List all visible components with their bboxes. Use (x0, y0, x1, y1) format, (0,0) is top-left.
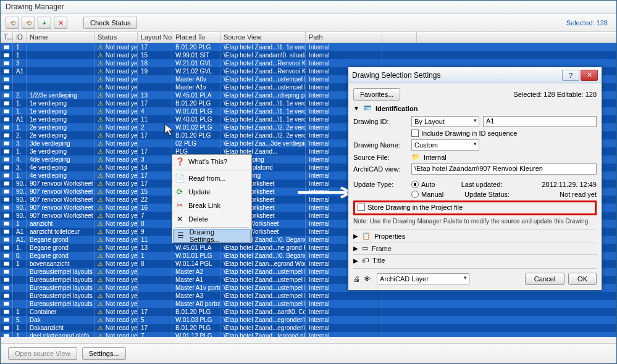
archicad-view-input[interactable]: \Etap hotel Zaandam\907 Renvooi Kleuren (411, 163, 597, 175)
table-row[interactable]: Bureaustempel layouts Not read yetMaster… (1, 292, 616, 300)
svg-rect-32 (4, 302, 9, 305)
mouse-cursor-icon (164, 123, 175, 137)
manual-radio[interactable]: Manual (411, 191, 443, 198)
drawing-selection-settings-dialog: Drawing Selection Settings ? ✕ Favorites… (348, 67, 602, 291)
ctx-update[interactable]: ⟳Update (172, 185, 251, 199)
svg-rect-24 (4, 238, 9, 241)
document-icon: 📄 (175, 174, 185, 183)
last-updated-value: 2012.11.29. 12:49 (542, 181, 597, 188)
svg-rect-16 (4, 173, 9, 177)
table-row[interactable]: 1 Not read yet17B.01.20 PLG\Etap hotel Z… (1, 43, 616, 51)
source-file-value: Internal (424, 154, 447, 161)
svg-rect-33 (4, 310, 9, 313)
include-in-id-sequence-checkbox[interactable]: Include Drawing in ID sequence (411, 130, 517, 137)
update-status-value: Not read yet (560, 191, 597, 198)
ctx-whats-this[interactable]: ❓What's This? (172, 155, 251, 168)
ctx-drawing-settings[interactable]: ☰Drawing Settings... (173, 229, 251, 242)
svg-rect-21 (4, 213, 9, 217)
properties-section[interactable]: ▶📋Properties (353, 230, 597, 242)
refresh-icon: ⟳ (175, 188, 185, 196)
ctx-delete[interactable]: ✕Delete (172, 212, 251, 226)
chevron-right-icon: ▶ (353, 233, 358, 239)
store-drawing-checkbox[interactable]: Store Drawing in the Project file (358, 204, 463, 211)
source-file-label: Source File: (353, 154, 408, 161)
svg-rect-0 (4, 45, 9, 49)
update-status-label: Update Status: (464, 191, 510, 198)
check-status-button[interactable]: Check Status (83, 17, 137, 29)
favorites-button[interactable]: Favorites... (353, 88, 400, 101)
svg-rect-11 (4, 133, 9, 137)
svg-rect-7 (4, 101, 9, 105)
drawing-id-combo[interactable]: By Layout (411, 116, 479, 127)
layer-combo[interactable]: ArchiCAD Layer (377, 273, 469, 284)
col-name[interactable]: Name (27, 32, 94, 43)
footer: Open source View Settings... (1, 343, 616, 363)
svg-rect-1 (4, 53, 9, 57)
ctx-read-from[interactable]: 📄Read from... (172, 172, 251, 185)
title-icon: 🏷 (362, 257, 369, 264)
table-row[interactable]: 1 Not read yet15W.99.01 SIT\Etap hotel Z… (1, 51, 616, 59)
delete-icon: ✕ (175, 215, 185, 223)
table-row[interactable]: 5.Dak Not read yet5W.01.03 PLG\Etap hote… (1, 316, 616, 324)
svg-rect-6 (4, 93, 9, 97)
col-type[interactable]: T... (1, 32, 13, 43)
svg-rect-27 (4, 262, 9, 265)
title-section[interactable]: ▶🏷Title (353, 254, 597, 266)
drawing-name-combo[interactable]: Custom (411, 139, 479, 151)
drawing-name-label: Drawing Name: (353, 141, 408, 149)
dialog-selected-count: Selected: 128 Editable: 128 (513, 91, 597, 98)
note-text: Note: Use the Drawing Manager Palette to… (353, 218, 597, 225)
table-row[interactable]: 1Container Not read yet17B.01.20 PLG\Eta… (1, 308, 616, 316)
close-button[interactable]: ✕ (581, 70, 598, 81)
svg-rect-31 (4, 294, 9, 297)
col-status[interactable]: Status (94, 32, 138, 43)
open-source-view-button[interactable]: Open source View (8, 347, 77, 360)
settings-button[interactable]: Settings... (82, 347, 126, 360)
svg-rect-18 (4, 189, 9, 193)
dialog-title-bar: Drawing Selection Settings ? ✕ (348, 67, 602, 83)
svg-rect-30 (4, 286, 9, 289)
auto-radio[interactable]: Auto (411, 181, 435, 188)
svg-rect-10 (4, 125, 9, 129)
help-button[interactable]: ? (562, 70, 579, 81)
table-row[interactable]: Bureaustempel layouts Not read yetMaster… (1, 300, 616, 308)
refresh2-button[interactable]: ⟲ (22, 17, 35, 29)
svg-rect-8 (4, 109, 9, 113)
svg-rect-5 (4, 85, 9, 89)
settings-icon: ☰ (176, 231, 186, 240)
add-button[interactable]: + (38, 17, 51, 29)
ok-button[interactable]: OK (568, 273, 597, 285)
col-layout[interactable]: Layout No. (138, 32, 172, 43)
eye-icon: 👁 (364, 275, 371, 283)
svg-rect-13 (4, 149, 9, 153)
svg-rect-35 (4, 326, 9, 329)
col-placed[interactable]: Placed To (172, 32, 220, 43)
svg-rect-20 (4, 205, 9, 209)
delete-button[interactable]: ✕ (54, 17, 67, 29)
drawing-id-input[interactable]: A1 (483, 116, 597, 127)
col-id[interactable]: ID (13, 32, 27, 43)
cancel-button[interactable]: Cancel (525, 273, 565, 285)
svg-rect-4 (4, 77, 9, 81)
col-path[interactable]: Path (306, 32, 382, 43)
window-title: Drawing Manager (1, 1, 616, 14)
dialog-title: Drawing Selection Settings (352, 71, 558, 80)
svg-rect-28 (4, 270, 9, 273)
frame-section[interactable]: ▶▭Frame (353, 242, 597, 254)
svg-rect-22 (4, 221, 9, 225)
identification-header[interactable]: ▼🪪Identification (353, 104, 597, 112)
svg-rect-19 (4, 197, 9, 201)
col-source[interactable]: Source View (220, 32, 306, 43)
table-row[interactable]: 1Dakaanzicht Not read yet17B.01.20 PLG\E… (1, 324, 616, 332)
table-row[interactable]: 1.deel plattegrond plafo... Not read yet… (1, 332, 616, 337)
internal-icon: 📁 (411, 153, 420, 161)
refresh1-button[interactable]: ⟲ (6, 17, 19, 29)
last-updated-label: Last updated: (461, 181, 503, 188)
svg-rect-29 (4, 278, 9, 281)
chevron-right-icon: ▶ (353, 245, 358, 252)
svg-rect-23 (4, 230, 9, 233)
svg-rect-3 (4, 69, 9, 73)
svg-rect-17 (4, 181, 9, 185)
svg-rect-12 (4, 141, 9, 145)
ctx-break-link[interactable]: ✂Break Link (172, 199, 251, 212)
